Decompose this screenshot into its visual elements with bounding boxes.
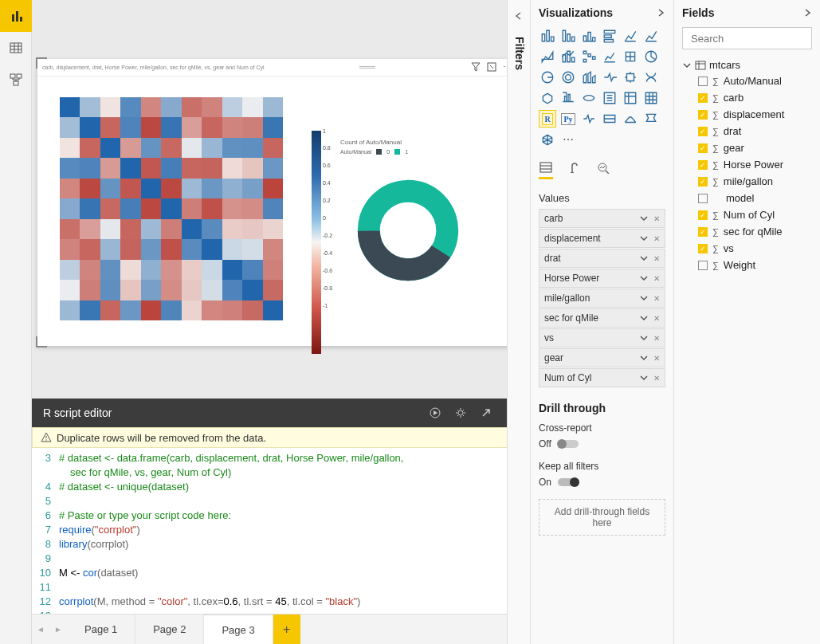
field-sec-for-qmile[interactable]: ✓∑sec for qMile	[682, 223, 812, 240]
chevron-down-icon[interactable]	[639, 273, 649, 283]
field-model[interactable]: model	[682, 190, 812, 206]
remove-field-button[interactable]: ✕	[653, 354, 660, 363]
remove-field-button[interactable]: ✕	[653, 234, 660, 243]
checkbox[interactable]: ✓	[698, 143, 708, 153]
viz-type-27[interactable]	[601, 110, 618, 128]
viz-type-12[interactable]	[539, 69, 556, 86]
field-vs[interactable]: ✓∑vs	[682, 240, 812, 257]
remove-field-button[interactable]: ✕	[653, 254, 660, 263]
viz-type-19[interactable]	[559, 89, 577, 107]
format-well-tab[interactable]	[567, 161, 582, 179]
viz-type-11[interactable]	[642, 48, 660, 65]
page-prev-button[interactable]: ◄	[32, 615, 49, 644]
viz-type-24[interactable]: R	[539, 110, 556, 128]
checkbox[interactable]: ✓	[698, 244, 708, 253]
chevron-down-icon[interactable]	[639, 333, 649, 343]
viz-type-0[interactable]	[539, 27, 556, 45]
remove-field-button[interactable]: ✕	[653, 294, 660, 303]
popout-button[interactable]	[481, 407, 492, 418]
viz-type-10[interactable]	[622, 48, 639, 65]
add-page-button[interactable]: +	[273, 615, 300, 644]
analytics-well-tab[interactable]	[596, 161, 610, 179]
value-pill-carb[interactable]: carb✕	[539, 209, 665, 228]
donut-visual[interactable]: Count of Auto/Manual Auto/Manual 0 1	[340, 139, 500, 282]
viz-type-29[interactable]	[642, 110, 660, 128]
drill-drop-zone[interactable]: Add drill-through fields here	[539, 499, 665, 536]
heatmap-visual[interactable]: 1 0.8 0.6 0.4 0.2 0 -0.2 -0.4 -0.6 -0.8 …	[60, 97, 315, 328]
checkbox[interactable]: ✓	[698, 160, 708, 170]
expand-filters-button[interactable]	[508, 0, 530, 32]
remove-field-button[interactable]: ✕	[653, 374, 660, 383]
viz-type-7[interactable]	[559, 48, 577, 65]
collapse-fields-button[interactable]	[802, 8, 812, 18]
viz-type-3[interactable]	[601, 27, 618, 45]
field-num-of-cyl[interactable]: ✓∑Num of Cyl	[682, 206, 812, 223]
viz-type-16[interactable]	[622, 69, 639, 86]
field-weight[interactable]: ∑Weight	[682, 257, 812, 273]
collapse-viz-button[interactable]	[656, 8, 665, 18]
value-pill-mile-gallon[interactable]: mile/gallon✕	[539, 289, 665, 308]
chevron-down-icon[interactable]	[639, 353, 649, 363]
page-tab-1[interactable]: Page 1	[67, 615, 135, 644]
field-gear[interactable]: ✓∑gear	[682, 139, 812, 156]
viz-type-28[interactable]	[622, 110, 639, 128]
filter-icon[interactable]	[471, 62, 481, 73]
report-canvas[interactable]: carb, displacement, drat, Horse Power, m…	[37, 59, 516, 346]
viz-type-21[interactable]	[601, 89, 618, 107]
checkbox[interactable]: ✓	[698, 177, 708, 187]
focus-mode-icon[interactable]	[487, 62, 496, 73]
checkbox[interactable]	[698, 77, 708, 86]
viz-type-22[interactable]	[622, 89, 639, 107]
remove-field-button[interactable]: ✕	[653, 334, 660, 343]
viz-type-17[interactable]	[642, 69, 660, 86]
checkbox[interactable]	[698, 194, 708, 203]
viz-type-23[interactable]	[642, 89, 660, 107]
field-carb[interactable]: ✓∑carb	[682, 89, 812, 106]
chevron-down-icon[interactable]	[639, 234, 649, 243]
checkbox[interactable]	[698, 261, 708, 270]
field-mile-gallon[interactable]: ✓∑mile/gallon	[682, 173, 812, 190]
value-pill-horse-power[interactable]: Horse Power✕	[539, 269, 665, 288]
chevron-down-icon[interactable]	[639, 373, 649, 383]
field-displacement[interactable]: ✓∑displacement	[682, 106, 812, 123]
viz-type-15[interactable]	[601, 69, 618, 86]
viz-type-20[interactable]	[580, 89, 598, 107]
value-pill-sec-for-qmile[interactable]: sec for qMile✕	[539, 308, 665, 328]
viz-type-2[interactable]	[580, 27, 598, 45]
checkbox[interactable]: ✓	[698, 127, 708, 136]
checkbox[interactable]: ✓	[698, 227, 708, 237]
chevron-down-icon[interactable]	[639, 253, 649, 263]
viz-type-18[interactable]	[539, 89, 556, 107]
value-pill-displacement[interactable]: displacement✕	[539, 229, 665, 248]
chevron-down-icon[interactable]	[639, 313, 649, 323]
keep-filters-toggle[interactable]: On	[539, 477, 665, 488]
field-auto-manual[interactable]: ∑Auto/Manual	[682, 73, 812, 89]
run-script-button[interactable]	[430, 407, 441, 418]
remove-field-button[interactable]: ✕	[653, 314, 660, 323]
cross-report-toggle[interactable]: Off	[539, 438, 665, 450]
checkbox[interactable]: ✓	[698, 210, 708, 220]
viz-type-26[interactable]	[580, 110, 598, 128]
viz-type-4[interactable]	[622, 27, 639, 45]
checkbox[interactable]: ✓	[698, 110, 708, 120]
viz-type-31[interactable]: ⋯	[559, 131, 577, 148]
fields-search-input[interactable]	[691, 33, 820, 45]
checkbox[interactable]: ✓	[698, 93, 708, 103]
code-area[interactable]: 3# dataset <- data.frame(carb, displacem…	[32, 448, 527, 614]
fields-search[interactable]	[682, 27, 812, 49]
viz-type-6[interactable]	[539, 48, 556, 65]
viz-type-8[interactable]	[580, 48, 598, 65]
value-pill-drat[interactable]: drat✕	[539, 249, 665, 268]
data-view-tab[interactable]	[0, 32, 32, 64]
field-drat[interactable]: ✓∑drat	[682, 123, 812, 139]
script-options-button[interactable]	[455, 407, 466, 418]
page-next-button[interactable]: ►	[49, 615, 67, 644]
table-mtcars[interactable]: mtcars	[682, 57, 812, 73]
viz-type-30[interactable]	[539, 131, 556, 148]
model-view-tab[interactable]	[0, 64, 32, 96]
value-pill-num-of-cyl[interactable]: Num of Cyl✕	[539, 368, 665, 387]
page-tab-3[interactable]: Page 3	[204, 615, 273, 644]
page-tab-2[interactable]: Page 2	[135, 615, 204, 644]
viz-type-9[interactable]	[601, 48, 618, 65]
report-view-tab[interactable]	[0, 0, 32, 32]
